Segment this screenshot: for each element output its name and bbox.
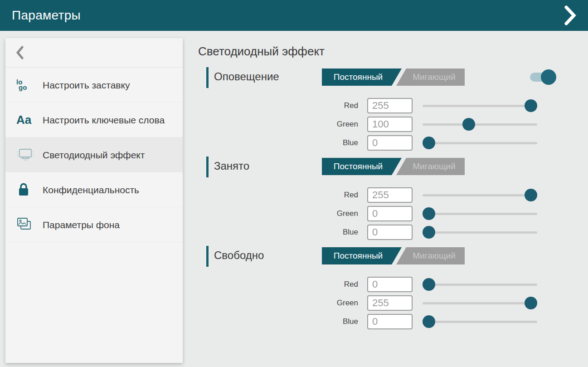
green-slider[interactable] bbox=[423, 295, 537, 311]
sidebar-item-background[interactable]: Параметры фона bbox=[5, 207, 183, 242]
section-title: Свободно bbox=[214, 249, 264, 262]
red-value-input[interactable] bbox=[367, 277, 413, 292]
content-title: Светодиодный эффект bbox=[198, 44, 583, 58]
blue-slider[interactable] bbox=[423, 313, 537, 330]
red-slider[interactable] bbox=[423, 187, 537, 203]
slider-track bbox=[423, 194, 537, 196]
red-slider[interactable] bbox=[423, 276, 537, 293]
app-header: Параметры bbox=[0, 0, 588, 31]
mode-segmented-control: Постоянный Мигающий bbox=[322, 69, 465, 86]
slider-thumb[interactable] bbox=[423, 226, 435, 239]
sidebar-item-label: Параметры фона bbox=[43, 219, 120, 231]
red-value-input[interactable] bbox=[367, 98, 413, 113]
logo-icon-text-bottom: go bbox=[19, 85, 27, 90]
chevron-right-icon bbox=[564, 5, 576, 25]
slider-track bbox=[423, 105, 537, 107]
section-accent-bar bbox=[206, 67, 209, 88]
channel-label: Blue bbox=[198, 317, 367, 326]
channel-row-red: Red bbox=[198, 187, 583, 203]
section-free: Свободно Постоянный Мигающий Red Green bbox=[198, 246, 583, 330]
settings-sidebar: lo go Настроить заставку Aa Настроить кл… bbox=[5, 38, 183, 363]
channel-row-blue: Blue bbox=[198, 135, 583, 151]
blue-slider[interactable] bbox=[423, 224, 537, 240]
background-images-icon bbox=[16, 217, 37, 232]
channel-label: Red bbox=[198, 191, 367, 200]
segment-blinking[interactable]: Мигающий bbox=[396, 158, 465, 175]
channel-row-green: Green bbox=[198, 295, 583, 311]
led-effect-panel: Светодиодный эффект Оповещение Постоянны… bbox=[198, 38, 583, 335]
channel-row-green: Green bbox=[198, 116, 583, 132]
logo-icon: lo go bbox=[16, 79, 37, 90]
slider-track bbox=[423, 142, 537, 144]
channel-label: Blue bbox=[198, 138, 367, 147]
slider-track bbox=[423, 321, 537, 323]
blue-slider[interactable] bbox=[423, 135, 537, 151]
led-screen-icon bbox=[16, 148, 37, 161]
green-value-input[interactable] bbox=[367, 206, 413, 221]
slider-thumb[interactable] bbox=[423, 137, 435, 149]
keywords-icon-text: Aa bbox=[16, 113, 31, 127]
channel-row-blue: Blue bbox=[198, 313, 583, 330]
collapse-sidebar-button[interactable] bbox=[5, 38, 183, 68]
channel-label: Green bbox=[198, 209, 367, 218]
section-title: Оповещение bbox=[214, 70, 279, 83]
sidebar-item-label: Светодиодный эффект bbox=[43, 149, 145, 161]
channel-label: Red bbox=[198, 280, 367, 289]
sidebar-item-keywords[interactable]: Aa Настроить ключевые слова bbox=[5, 103, 183, 137]
slider-thumb[interactable] bbox=[423, 207, 435, 220]
blue-value-input[interactable] bbox=[367, 135, 413, 151]
channel-label: Green bbox=[198, 298, 367, 308]
keywords-icon: Aa bbox=[16, 113, 37, 127]
slider-thumb[interactable] bbox=[423, 278, 435, 291]
green-slider[interactable] bbox=[423, 206, 537, 222]
expand-panel-button[interactable] bbox=[564, 5, 576, 25]
slider-thumb[interactable] bbox=[423, 315, 435, 328]
blue-value-input[interactable] bbox=[367, 225, 413, 240]
slider-track bbox=[423, 213, 537, 215]
slider-thumb[interactable] bbox=[462, 118, 475, 131]
slider-track bbox=[423, 302, 537, 304]
blue-value-input[interactable] bbox=[367, 314, 413, 329]
channel-label: Red bbox=[198, 101, 367, 110]
section-busy: Занято Постоянный Мигающий Red Green bbox=[198, 157, 583, 240]
slider-thumb[interactable] bbox=[525, 99, 537, 112]
slider-thumb[interactable] bbox=[525, 189, 537, 201]
mode-segmented-control: Постоянный Мигающий bbox=[322, 158, 465, 175]
segment-constant[interactable]: Постоянный bbox=[322, 69, 402, 86]
mode-segmented-control: Постоянный Мигающий bbox=[322, 247, 465, 264]
slider-thumb[interactable] bbox=[525, 297, 537, 309]
green-slider[interactable] bbox=[423, 116, 537, 132]
section-accent-bar bbox=[206, 157, 209, 177]
chevron-left-icon bbox=[16, 46, 24, 59]
red-slider[interactable] bbox=[423, 98, 537, 114]
toggle-knob bbox=[541, 69, 556, 85]
section-accent-bar bbox=[206, 246, 209, 267]
channel-row-blue: Blue bbox=[198, 224, 583, 240]
green-value-input[interactable] bbox=[367, 295, 413, 311]
section-notification: Оповещение Постоянный Мигающий Red Green bbox=[198, 67, 583, 151]
page-title: Параметры bbox=[12, 8, 81, 23]
section-title: Занято bbox=[214, 160, 249, 172]
channel-label: Blue bbox=[198, 228, 367, 237]
slider-track bbox=[423, 231, 537, 234]
sidebar-item-label: Настроить ключевые слова bbox=[43, 114, 165, 126]
channel-label: Green bbox=[198, 120, 367, 129]
channel-row-red: Red bbox=[198, 276, 583, 293]
sidebar-item-led-effect[interactable]: Светодиодный эффект bbox=[5, 137, 183, 172]
sidebar-item-screensaver[interactable]: lo go Настроить заставку bbox=[5, 68, 183, 103]
segment-constant[interactable]: Постоянный bbox=[322, 158, 402, 175]
segment-blinking[interactable]: Мигающий bbox=[396, 69, 465, 86]
channel-row-red: Red bbox=[198, 98, 583, 114]
sidebar-item-label: Настроить заставку bbox=[43, 79, 130, 91]
notification-led-toggle[interactable] bbox=[530, 69, 556, 85]
sidebar-item-privacy[interactable]: Конфиденциальность bbox=[5, 172, 183, 207]
red-value-input[interactable] bbox=[367, 187, 413, 203]
slider-track bbox=[423, 284, 537, 286]
lock-icon bbox=[16, 182, 37, 197]
green-value-input[interactable] bbox=[367, 117, 413, 132]
sidebar-item-label: Конфиденциальность bbox=[43, 184, 139, 196]
segment-constant[interactable]: Постоянный bbox=[322, 247, 402, 264]
channel-row-green: Green bbox=[198, 206, 583, 222]
slider-track bbox=[423, 123, 537, 126]
segment-blinking[interactable]: Мигающий bbox=[396, 247, 465, 264]
